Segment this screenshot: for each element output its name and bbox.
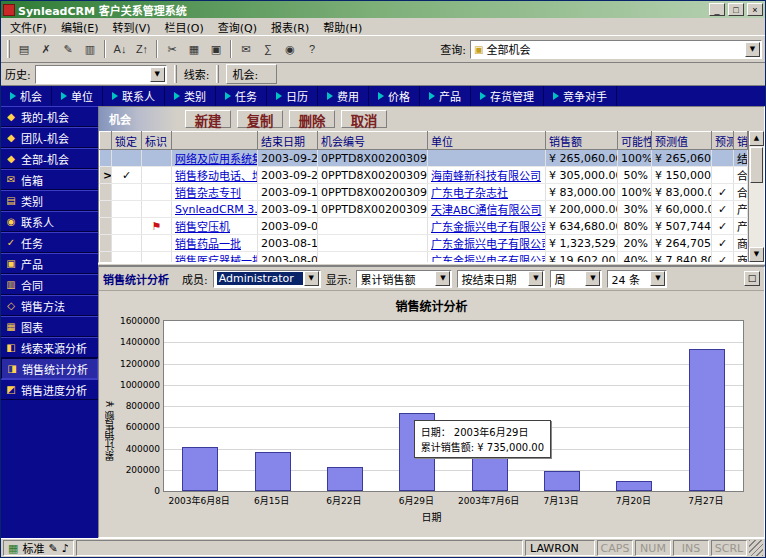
menu-item[interactable]: 栏目(O) xyxy=(158,18,211,36)
toolbar-grip[interactable] xyxy=(7,40,10,58)
opportunity-name-link[interactable]: 销售移动电话、增送 xyxy=(172,167,258,184)
table-column-header[interactable]: 预测 xyxy=(712,132,734,150)
scrollbar-track[interactable] xyxy=(749,184,764,247)
opportunity-name-link[interactable]: 网络及应用系统集成 xyxy=(172,150,258,167)
nav-tab[interactable]: 类别 xyxy=(165,86,216,106)
sidebar-item[interactable]: ▦图表 xyxy=(1,316,98,337)
new-icon[interactable]: ▤ xyxy=(13,39,35,60)
speaker-icon[interactable]: ♪ xyxy=(62,542,69,555)
sidebar-item[interactable]: ◩销售进度分析 xyxy=(1,379,98,400)
help-icon[interactable]: ? xyxy=(301,39,323,60)
table-scrollbar[interactable]: ▲ ▼ xyxy=(748,131,764,262)
period-dropdown-icon[interactable]: ▼ xyxy=(585,271,600,286)
sidebar-item[interactable]: ▥合同 xyxy=(1,274,98,295)
table-column-header[interactable]: 销 xyxy=(734,132,748,150)
row-selector-cell[interactable]: > xyxy=(100,167,112,184)
minimize-button[interactable]: _ xyxy=(709,3,725,16)
opportunity-action-button[interactable]: 删除 xyxy=(289,110,335,128)
scroll-up-icon[interactable]: ▲ xyxy=(749,131,764,146)
sidebar-item[interactable]: ✉信箱 xyxy=(1,169,98,190)
history-combobox[interactable]: ▼ xyxy=(35,65,167,84)
sidebar-item[interactable]: ✓任务 xyxy=(1,232,98,253)
table-column-header[interactable]: 销售额 xyxy=(546,132,618,150)
display-dropdown-icon[interactable]: ▼ xyxy=(435,271,450,286)
query-combobox[interactable]: ▣ 全部机会 ▼ xyxy=(470,40,762,59)
sidebar-item[interactable]: ▤类别 xyxy=(1,190,98,211)
table-row[interactable]: 销售药品一批2003-08-11广东金振兴电子有限公司¥ 1,323,529.2… xyxy=(100,235,748,252)
opportunity-chip[interactable]: 机会: xyxy=(226,64,277,84)
opportunity-action-button[interactable]: 复制 xyxy=(237,110,283,128)
menu-item[interactable]: 帮助(H) xyxy=(316,18,369,36)
table-column-header[interactable] xyxy=(100,132,112,150)
scrollbar-thumb[interactable] xyxy=(750,147,763,183)
count-dropdown-icon[interactable]: ▼ xyxy=(650,271,665,286)
table-column-header[interactable]: 预测值 xyxy=(652,132,712,150)
table-row[interactable]: 销售医疗器械一批2003-08-01广东金振兴电子有限公司¥ 19,602.00… xyxy=(100,252,748,263)
cut-icon[interactable]: ✂ xyxy=(161,39,183,60)
sidebar-item[interactable]: ◧线索来源分析 xyxy=(1,337,98,358)
unit-link[interactable]: 天津ABC通信有限公司 xyxy=(428,201,546,218)
copy-icon[interactable]: ▦ xyxy=(183,39,205,60)
nav-tab[interactable]: 价格 xyxy=(369,86,420,106)
menu-item[interactable]: 编辑(E) xyxy=(54,18,106,36)
menu-item[interactable]: 文件(F) xyxy=(3,18,54,36)
nav-tab[interactable]: 存货管理 xyxy=(471,86,544,106)
table-row[interactable]: 网络及应用系统集成2003-09-230PPTD8X0020030923001¥… xyxy=(100,150,748,167)
nav-tab[interactable]: 日历 xyxy=(267,86,318,106)
table-row[interactable]: 销售杂志专刊2003-09-160PPTD8X0020030916001广东电子… xyxy=(100,184,748,201)
opportunity-name-link[interactable]: 销售药品一批 xyxy=(172,235,258,252)
table-column-header[interactable] xyxy=(172,132,258,150)
unit-link[interactable]: 广东金振兴电子有限公司 xyxy=(428,218,546,235)
sidebar-item[interactable]: ◉联系人 xyxy=(1,211,98,232)
table-column-header[interactable]: 锁定 xyxy=(112,132,142,150)
properties-icon[interactable]: ✎ xyxy=(57,39,79,60)
table-row[interactable]: SynleadCRM 3.02003-09-160PPTD8X002003091… xyxy=(100,201,748,218)
unit-link[interactable]: 广东金振兴电子有限公司 xyxy=(428,235,546,252)
sidebar-item[interactable]: ▣产品 xyxy=(1,253,98,274)
opportunity-toolbar-grip[interactable] xyxy=(216,65,219,83)
table-row[interactable]: ⚑销售空压机2003-09-09广东金振兴电子有限公司¥ 634,680.008… xyxy=(100,218,748,235)
nav-tab[interactable]: 竞争对手 xyxy=(544,86,617,106)
row-selector-cell[interactable] xyxy=(100,218,112,235)
member-combobox[interactable]: Administrator ▼ xyxy=(213,270,321,288)
paste-icon[interactable]: ▣ xyxy=(205,39,227,60)
member-dropdown-icon[interactable]: ▼ xyxy=(304,271,319,286)
keyboard-icon[interactable]: ▦ xyxy=(8,542,18,555)
nav-tab[interactable]: 费用 xyxy=(318,86,369,106)
nav-tab[interactable]: 单位 xyxy=(52,86,103,106)
row-selector-cell[interactable] xyxy=(100,201,112,218)
opportunity-name-link[interactable]: 销售杂志专刊 xyxy=(172,184,258,201)
sidebar-item[interactable]: ◆我的-机会 xyxy=(1,106,98,127)
table-column-header[interactable]: 单位 xyxy=(428,132,546,150)
nav-tab[interactable]: 联系人 xyxy=(103,86,165,106)
pen-icon[interactable]: ✎ xyxy=(48,542,57,555)
table-column-header[interactable]: 结束日期 xyxy=(258,132,318,150)
mail-icon[interactable]: ✉ xyxy=(235,39,257,60)
sum-icon[interactable]: ∑ xyxy=(257,39,279,60)
sidebar-item[interactable]: ◆团队-机会 xyxy=(1,127,98,148)
sidebar-item[interactable]: ◨销售统计分析 xyxy=(1,358,98,379)
menu-item[interactable]: 报表(R) xyxy=(264,18,316,36)
sidebar-item[interactable]: ◇销售方法 xyxy=(1,295,98,316)
maximize-button[interactable]: □ xyxy=(728,3,744,16)
opportunity-name-link[interactable]: 销售空压机 xyxy=(172,218,258,235)
table-column-header[interactable]: 机会编号 xyxy=(318,132,428,150)
history-dropdown-icon[interactable]: ▼ xyxy=(150,67,165,82)
display-combobox[interactable]: 累计销售额 ▼ xyxy=(356,270,452,288)
date-basis-dropdown-icon[interactable]: ▼ xyxy=(528,271,543,286)
nav-tab[interactable]: 机会 xyxy=(1,86,52,106)
nav-tab[interactable]: 产品 xyxy=(420,86,471,106)
unit-link[interactable]: 广东电子杂志社 xyxy=(428,184,546,201)
table-column-header[interactable]: 标识 xyxy=(142,132,172,150)
expand-chart-button[interactable]: □ xyxy=(744,271,760,286)
find-icon[interactable]: ◉ xyxy=(279,39,301,60)
leads-toolbar-grip[interactable] xyxy=(174,65,177,83)
print-icon[interactable]: ▥ xyxy=(79,39,101,60)
opportunity-name-link[interactable]: 销售医疗器械一批 xyxy=(172,252,258,263)
resize-grip[interactable] xyxy=(749,540,763,556)
row-selector-cell[interactable] xyxy=(100,252,112,263)
opportunity-action-button[interactable]: 取消 xyxy=(341,110,387,128)
row-selector-cell[interactable] xyxy=(100,184,112,201)
opportunity-name-link[interactable]: SynleadCRM 3.0 xyxy=(172,201,258,218)
row-selector-cell[interactable] xyxy=(100,235,112,252)
